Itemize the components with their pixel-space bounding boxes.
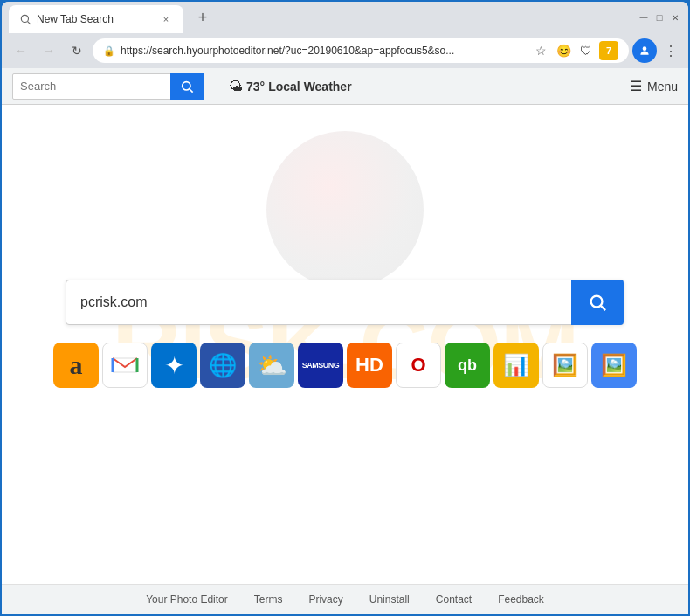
shortcut-slides[interactable]: 📊 <box>493 343 539 388</box>
shortcut-samsung[interactable]: SAMSUNG <box>298 343 343 388</box>
close-button[interactable] <box>669 11 681 24</box>
toolbar-search-box[interactable] <box>12 73 204 100</box>
footer-link[interactable]: Feedback <box>498 593 544 606</box>
svg-line-1 <box>28 22 31 24</box>
address-bar[interactable]: 🔒 https://search.hyourphotoeditor.net/?u… <box>93 38 629 63</box>
footer-link[interactable]: Uninstall <box>369 593 410 606</box>
window-controls <box>638 11 681 24</box>
footer-link[interactable]: Your Photo Editor <box>146 593 228 606</box>
address-icons: ☆ 😊 🛡 7 <box>531 41 618 60</box>
shortcut-homedepot[interactable]: HD <box>347 343 392 388</box>
reload-button[interactable]: ↻ <box>65 38 89 63</box>
title-bar: New Tab Search × + <box>2 2 688 33</box>
active-tab[interactable]: New Tab Search × <box>9 5 183 33</box>
toolbar-row: 🌤 73° Local Weather ☰ Menu <box>2 68 688 105</box>
shortcut-gmail[interactable] <box>102 343 148 388</box>
back-button[interactable]: ← <box>9 38 33 63</box>
shortcut-overstock[interactable]: O <box>396 343 441 388</box>
forward-button[interactable]: → <box>37 38 61 63</box>
toolbar-search-button[interactable] <box>170 73 204 100</box>
weather-label: Local Weather <box>268 80 351 93</box>
browser-window: New Tab Search × + ← → ↻ 🔒 https://searc… <box>2 2 688 614</box>
footer-link[interactable]: Terms <box>254 593 283 606</box>
browser-menu-button[interactable]: ⋮ <box>660 43 681 59</box>
svg-line-6 <box>601 306 605 310</box>
toolbar-search-input[interactable] <box>13 80 170 93</box>
tabs-area: New Tab Search × + <box>9 2 631 33</box>
svg-point-3 <box>183 81 190 89</box>
logo-circle <box>266 131 424 288</box>
shortcut-quickbooks[interactable]: qb <box>445 343 490 388</box>
weather-icon: 🌤 <box>229 79 243 94</box>
lock-icon: 🔒 <box>103 45 115 57</box>
minimize-button[interactable] <box>638 11 650 24</box>
temperature: 73° <box>246 80 265 93</box>
address-bar-row: ← → ↻ 🔒 https://search.hyourphotoeditor.… <box>2 33 688 68</box>
page-content: RISK.COM a <box>2 105 688 584</box>
shortcuts-row: a ✦ 🌐 <box>53 343 637 388</box>
page-footer: Your Photo EditorTermsPrivacyUninstallCo… <box>2 584 688 614</box>
shortcut-images[interactable]: 🖼️ <box>591 343 637 388</box>
main-search-button[interactable] <box>571 280 624 325</box>
svg-point-0 <box>21 15 28 22</box>
shortcut-amazon[interactable]: a <box>53 343 99 388</box>
new-tab-button[interactable]: + <box>190 5 215 30</box>
maximize-button[interactable] <box>653 11 666 24</box>
menu-label: Menu <box>647 80 678 93</box>
weather-widget[interactable]: 🌤 73° Local Weather <box>229 79 352 94</box>
shortcut-news[interactable]: 🌐 <box>200 343 245 388</box>
tab-close-button[interactable]: × <box>159 12 173 26</box>
footer-link[interactable]: Contact <box>436 593 472 606</box>
gmail-icon <box>111 355 139 376</box>
hamburger-icon: ☰ <box>630 78 642 94</box>
emoji-icon[interactable]: 😊 <box>554 41 573 60</box>
main-search-box[interactable] <box>66 280 624 325</box>
svg-point-5 <box>591 296 603 308</box>
address-text: https://search.hyourphotoeditor.net/?uc=… <box>121 45 526 57</box>
svg-line-4 <box>190 89 193 93</box>
shortcut-walmart[interactable]: ✦ <box>151 343 197 388</box>
shortcut-weather[interactable]: ⛅ <box>249 343 294 388</box>
search-area: a ✦ 🌐 <box>53 280 637 388</box>
menu-button[interactable]: ☰ Menu <box>630 78 678 94</box>
bookmark-icon[interactable]: ☆ <box>531 41 550 60</box>
toolbar-search-icon <box>180 80 194 93</box>
footer-link[interactable]: Privacy <box>308 593 342 606</box>
tab-title: New Tab Search <box>37 13 154 25</box>
shortcut-photos[interactable]: 🖼️ <box>542 343 588 388</box>
main-search-input[interactable] <box>66 294 571 310</box>
logo-area <box>266 131 424 288</box>
svg-point-2 <box>643 46 647 51</box>
main-search-icon <box>588 293 607 312</box>
tab-search-icon <box>19 13 31 25</box>
profile-button[interactable] <box>632 38 657 63</box>
extension-icon[interactable]: 7 <box>599 41 618 60</box>
shield-icon[interactable]: 🛡 <box>576 41 596 60</box>
